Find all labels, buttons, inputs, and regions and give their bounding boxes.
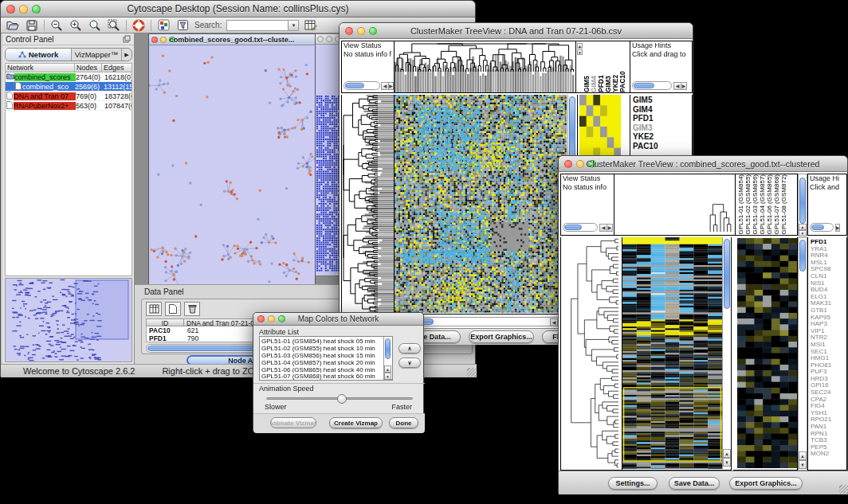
move-down-button[interactable]: ∨ [398, 357, 421, 368]
done-button[interactable]: Done [389, 417, 418, 428]
row-labels-panel[interactable]: PFD1YRA1RNR4MSL1SPC98CLN1NIS1BUD4ELG1MAK… [807, 237, 847, 471]
scroll-up-icon[interactable]: ▲ [799, 224, 807, 230]
network-canvas[interactable] [149, 45, 315, 290]
row-label[interactable]: GIM4 [633, 105, 692, 115]
select-attributes-icon[interactable] [146, 302, 162, 316]
scroll-up-icon[interactable]: ▲ [799, 451, 807, 460]
heatmap-canvas[interactable] [395, 95, 567, 313]
scrollbar-thumb[interactable] [564, 225, 582, 230]
attribute-list-item[interactable]: GPL51-04 (GSM857) heat shock 20 min [261, 359, 392, 366]
attribute-list-item[interactable]: GPL51-02 (GSM855) heat shock 10 min [261, 345, 392, 352]
treeview2-titlebar[interactable]: ClusterMaker TreeView : combined_scores_… [559, 156, 847, 172]
heatmap-canvas[interactable] [622, 237, 722, 469]
column-dendrogram-canvas[interactable] [614, 174, 734, 235]
tab-overflow-arrow[interactable]: ▶ [121, 49, 132, 61]
row-dendrogram-panel[interactable] [560, 237, 622, 471]
zoom-vscrollbar[interactable]: ▲ ▼ [798, 237, 807, 471]
scroll-down-icon[interactable]: ▼ [723, 458, 731, 467]
birds-eye-canvas[interactable] [6, 279, 132, 361]
scroll-down-icon[interactable]: ▼ [384, 373, 391, 380]
column-labels-vscrollbar[interactable]: ▲ ▼ [798, 174, 807, 236]
tab-network[interactable]: Network [6, 49, 71, 61]
column-label[interactable]: YKE2 [611, 75, 618, 92]
row-label[interactable]: GIM3 [633, 123, 692, 133]
new-attribute-icon[interactable] [165, 302, 181, 316]
resize-grip[interactable] [839, 485, 848, 494]
col-header-id[interactable]: ID [146, 318, 184, 326]
scroll-right-icon[interactable]: ▶ [388, 82, 394, 90]
zoom-fit-icon[interactable] [88, 19, 102, 32]
view-status-hscrollbar[interactable] [563, 223, 598, 232]
row-dendrogram-canvas[interactable] [342, 95, 394, 313]
column-labels-panel[interactable]: GPL51-01 (GSM854)GPL51-02 (GSM855)GPL51-… [736, 174, 798, 236]
delete-attribute-icon[interactable] [184, 302, 200, 316]
birds-eye-view[interactable] [5, 278, 132, 362]
scrollbar-thumb[interactable] [799, 240, 806, 272]
animate-vizmap-button[interactable]: Animate Vizmap [270, 417, 316, 428]
scroll-right-icon[interactable]: ▶ [835, 224, 840, 232]
network-view-titlebar[interactable]: combined_scores_good.txt--cluste... [149, 34, 315, 45]
scroll-up-icon[interactable]: ▲ [723, 449, 731, 458]
zoom-out-icon[interactable] [49, 19, 64, 32]
settings-button[interactable]: Settings... [608, 477, 658, 490]
scroll-down-icon[interactable]: ▼ [799, 460, 807, 469]
zoom-in-icon[interactable] [69, 19, 83, 32]
attribute-list-item[interactable]: GPL51-03 (GSM856) heat shock 15 min [261, 352, 392, 359]
heatmap-panel[interactable]: ▲ ▼ [395, 95, 578, 315]
tab-vizmapper[interactable]: VizMapper™ [71, 49, 121, 61]
dialog-titlebar[interactable]: Map Colors to Network [253, 313, 423, 326]
animation-speed-slider[interactable] [266, 397, 413, 400]
save-data-button[interactable]: Save Data... [669, 477, 720, 490]
network-row[interactable]: combined_scores 2764(0) 16218(0) [6, 72, 132, 82]
scrollbar-thumb[interactable] [799, 178, 806, 224]
close-button[interactable] [317, 36, 324, 42]
column-dendrogram-panel[interactable] [395, 41, 576, 93]
col-header-nodes[interactable]: Nodes [75, 63, 102, 72]
row-label[interactable]: PFD1 [633, 114, 692, 123]
cytoscape-titlebar[interactable]: Cytoscape Desktop (Session Name: collins… [1, 1, 475, 18]
column-labels-panel[interactable]: ▲ ▼ GIM5GIM4PFD1GIM3YKE2PAC10 [576, 41, 630, 93]
scrollbar-thumb[interactable] [724, 239, 730, 309]
column-label[interactable]: PAC10 [618, 71, 626, 92]
scrollbar-thumb[interactable] [385, 338, 391, 359]
column-dendrogram-panel[interactable] [614, 174, 736, 236]
view-status-hscrollbar[interactable] [344, 81, 380, 90]
scroll-down-icon[interactable]: ▼ [799, 230, 807, 236]
column-label[interactable]: GIM3 [604, 76, 611, 92]
usage-hints-hscrollbar[interactable] [810, 223, 834, 232]
column-label[interactable]: GPL51-01 (GSM854) [737, 174, 744, 235]
scroll-up-icon[interactable]: ▲ [577, 43, 583, 49]
save-icon[interactable] [25, 19, 39, 32]
heatmap-panel[interactable]: ▲ ▼ [622, 237, 732, 471]
row-label[interactable]: GIM5 [633, 96, 692, 105]
row-dendrogram-canvas[interactable] [561, 237, 622, 469]
column-label[interactable]: GPL51-02 (GSM855) [744, 174, 752, 235]
column-label[interactable]: GIM5 [583, 76, 590, 92]
scrollbar-thumb[interactable] [811, 225, 824, 230]
search-dropdown-icon[interactable]: ▼ [289, 20, 299, 31]
column-label[interactable]: GPL51-07 (GSM868) [773, 174, 780, 235]
scroll-right-icon[interactable]: ▶ [681, 82, 687, 90]
row-label[interactable]: MON2 [811, 451, 846, 458]
create-vizmap-button[interactable]: Create Vizmap [329, 417, 383, 428]
attribute-list-vscrollbar[interactable]: ▲ ▼ [383, 337, 392, 380]
filter-icon[interactable] [175, 19, 190, 32]
float-panel-icon[interactable] [123, 32, 131, 46]
attribute-list-item[interactable]: GPL51-06 (GSM865) heat shock 40 min [261, 366, 392, 373]
resize-grip[interactable] [467, 368, 476, 377]
column-label[interactable]: GPL51-08 (GSM872) [780, 174, 787, 235]
search-combo[interactable]: ▼ [226, 20, 299, 31]
col-header-network[interactable]: Network [5, 63, 75, 72]
slider-thumb[interactable] [337, 394, 347, 404]
column-label[interactable]: PFD1 [597, 75, 604, 92]
row-dendrogram-panel[interactable] [341, 95, 395, 315]
vizmapper-icon[interactable] [156, 19, 171, 32]
attribute-list-item[interactable]: GPL51-07 (GSM868) heat shock 60 min [261, 373, 392, 380]
scroll-down-icon[interactable]: ▼ [577, 49, 583, 55]
attribute-table-icon[interactable] [304, 19, 318, 32]
column-label[interactable]: GIM4 [590, 76, 597, 92]
usage-hints-hscrollbar[interactable] [632, 81, 672, 90]
scroll-up-icon[interactable]: ▲ [384, 365, 391, 373]
zoom-heatmap-panel[interactable] [733, 237, 798, 471]
export-graphics-button[interactable]: Export Graphics... [729, 477, 803, 490]
